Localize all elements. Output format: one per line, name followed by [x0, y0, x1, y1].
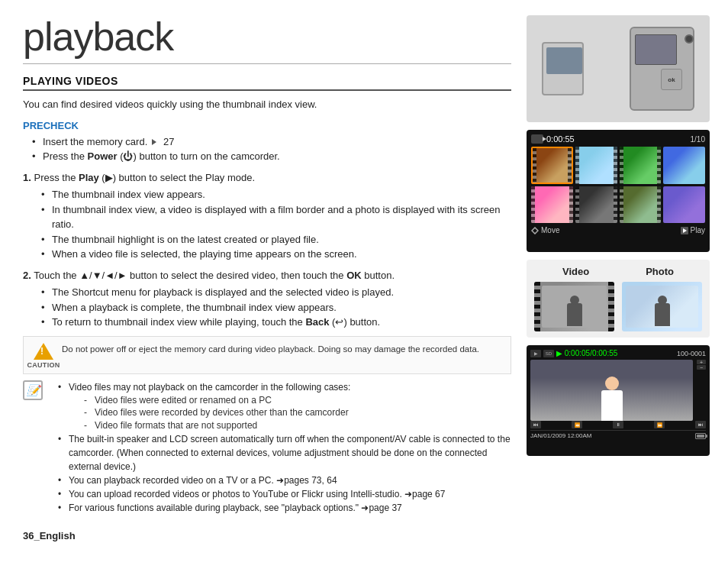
vp-labels: Video Photo — [534, 266, 702, 277]
pb-date-bar: JAN/01/2009 12:00AM — [530, 430, 706, 439]
thumb-play-label: Play — [681, 226, 705, 234]
section-heading: PLAYING VIDEOS — [23, 75, 511, 91]
person-silhouette-2 — [655, 303, 670, 326]
thumb-cell-1[interactable] — [531, 147, 573, 184]
pb-top-bar: ▶ SD ▶ 0:00:05/0:00:55 100-0001 — [530, 349, 706, 357]
film-border-left — [620, 147, 623, 184]
thumb-video-icon — [531, 134, 543, 144]
caution-icon: CAUTION — [31, 343, 56, 367]
note-item-4: You can upload recorded videos or photos… — [58, 487, 511, 501]
pb-person — [601, 380, 623, 421]
thumb-move-label: Move — [531, 226, 559, 234]
pb-person-body — [601, 390, 623, 421]
page-title: playback — [23, 15, 511, 64]
note-sub-list: Video files were edited or renamed on a … — [69, 394, 511, 432]
right-column: ok 0:00:55 1/10 — [527, 15, 710, 570]
step-2-bullets: The Shortcut menu for playback is displa… — [23, 285, 511, 330]
step-2-number: 2. — [23, 270, 31, 281]
vp-images — [534, 282, 702, 331]
vp-film-left — [534, 282, 540, 331]
film-border-right — [614, 186, 617, 224]
thumb-cell-8[interactable] — [663, 186, 705, 224]
video-label: Video — [562, 266, 589, 277]
pb-next-btn[interactable]: ⏩ — [654, 421, 665, 428]
pb-file: 100-0001 — [677, 350, 706, 357]
thumb-grid — [531, 147, 705, 223]
pb-person-head — [605, 377, 619, 390]
person-head-2 — [658, 296, 667, 305]
left-column: playback PLAYING VIDEOS You can find des… — [23, 15, 511, 570]
precheck-item-2: Press the Power (⏻) button to turn on th… — [32, 149, 511, 164]
pb-pause-btn[interactable]: ⏸ — [613, 421, 623, 428]
device-image-box: ok — [527, 15, 710, 122]
note-icon: 📝 — [23, 380, 43, 400]
pb-battery-fill — [697, 435, 704, 438]
note-box: 📝 Video files may not playback on the ca… — [23, 380, 511, 521]
person-head — [570, 296, 579, 305]
step-2-bullet-1: The Shortcut menu for playback is displa… — [41, 285, 511, 300]
device-illustration: ok — [534, 19, 702, 118]
thumb-cell-6[interactable] — [575, 186, 617, 224]
note-item-5: For various functions available during p… — [58, 501, 511, 515]
vp-video-content — [542, 286, 607, 328]
pb-ff-btn[interactable]: ⏭ — [695, 421, 706, 428]
film-border-right — [569, 186, 573, 224]
step-1-number: 1. — [23, 172, 31, 183]
step-2-bullet-3: To return to thumbnail index view while … — [41, 315, 511, 330]
film-border-right — [657, 186, 661, 224]
note-content: Video files may not playback on the camc… — [49, 380, 511, 521]
pb-volume: + − — [697, 360, 706, 421]
pb-video-area — [530, 360, 693, 421]
person-silhouette — [567, 303, 582, 326]
pb-vol-plus[interactable]: + — [697, 360, 706, 364]
play-icon-small — [681, 227, 688, 234]
step-1-bullet-4: When a video file is selected, the playi… — [41, 247, 511, 262]
thumb-cell-4[interactable] — [663, 147, 705, 184]
film-border-left — [533, 148, 536, 183]
precheck-item-1: Insert the memory card. 27 — [32, 134, 511, 150]
note-sub-2: Video files were recorded by devices oth… — [84, 406, 511, 419]
svg-marker-0 — [532, 228, 538, 234]
photo-label: Photo — [646, 266, 674, 277]
step-1-bullet-3: The thumbnail highlight is on the latest… — [41, 232, 511, 247]
pb-rewind-btn[interactable]: ⏮ — [530, 421, 541, 428]
thumb-time: 0:00:55 — [546, 134, 575, 144]
film-border-left — [531, 186, 535, 224]
pb-prev-btn[interactable]: ⏪ — [572, 421, 582, 428]
pb-time: ▶ 0:00:05/0:00:55 — [556, 349, 617, 357]
caution-label: CAUTION — [27, 361, 60, 369]
vp-video-thumb — [534, 282, 614, 331]
device-small — [542, 42, 584, 95]
page-container: playback PLAYING VIDEOS You can find des… — [0, 0, 728, 585]
device-main: ok — [630, 27, 694, 111]
pb-left-icons: ▶ SD ▶ 0:00:05/0:00:55 — [530, 349, 617, 357]
device-lens — [685, 34, 694, 44]
pb-main: + − — [530, 360, 706, 421]
precheck-label: PRECHECK — [23, 120, 511, 131]
caution-box: CAUTION Do not power off or eject the me… — [23, 336, 511, 374]
vp-photo-thumb — [622, 282, 702, 331]
thumb-cell-3[interactable] — [620, 147, 662, 184]
film-border-right — [657, 147, 661, 184]
device-screen — [635, 34, 677, 65]
note-sub-1: Video files were edited or renamed on a … — [84, 394, 511, 407]
step-1: 1. Press the Play (▶) button to select t… — [23, 170, 511, 262]
vp-photo-content — [626, 286, 698, 328]
thumb-cell-7[interactable] — [620, 186, 662, 224]
thumbnail-index-box: 0:00:55 1/10 — [527, 130, 710, 252]
thumb-header: 0:00:55 1/10 — [531, 134, 705, 144]
pb-controls: ⏮ ⏪ ⏸ ⏩ ⏭ — [530, 421, 706, 428]
step-2-bullet-2: When a playback is complete, the thumbna… — [41, 300, 511, 315]
pb-rec-icon: SD — [543, 350, 554, 357]
thumb-cell-5[interactable] — [531, 186, 573, 224]
thumb-cell-2[interactable] — [575, 147, 617, 184]
vp-film-right — [608, 282, 614, 331]
pb-battery-icon — [695, 433, 706, 439]
playback-screen: ▶ SD ▶ 0:00:05/0:00:55 100-0001 + − — [527, 345, 710, 456]
film-border-left — [620, 186, 623, 224]
pb-vol-minus[interactable]: − — [697, 365, 706, 370]
step-1-bullet-1: The thumbnail index view appears. — [41, 187, 511, 202]
film-border-left — [575, 147, 579, 184]
note-item-1: Video files may not playback on the camc… — [58, 380, 511, 432]
pb-date: JAN/01/2009 12:00AM — [530, 432, 592, 439]
